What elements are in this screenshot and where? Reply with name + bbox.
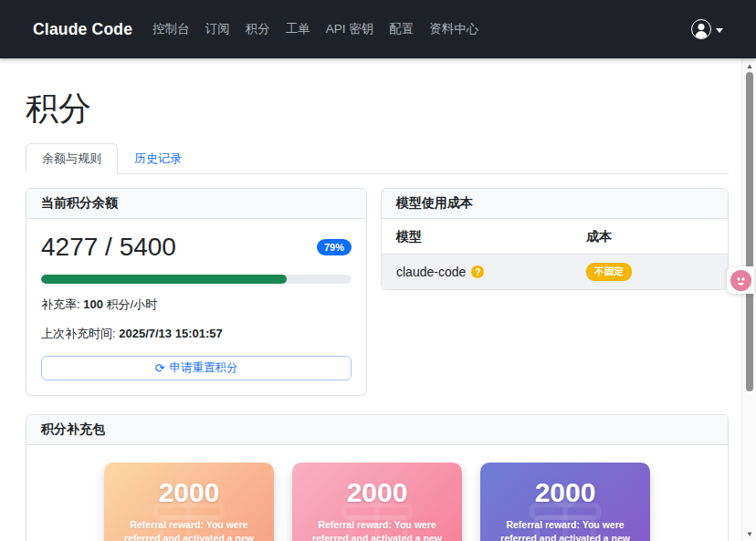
user-menu[interactable] — [691, 19, 723, 39]
brand-logo[interactable]: Claude Code — [33, 20, 132, 39]
column-cost: 成本 — [586, 229, 713, 245]
model-cost-card: 模型使用成本 模型 成本 claude-code ? 不固定 — [381, 188, 729, 290]
floating-widget-button[interactable] — [727, 266, 754, 294]
nav-item-settings[interactable]: 配置 — [389, 21, 414, 37]
balance-current: 4277 — [41, 233, 98, 261]
floating-widget-icon — [730, 270, 751, 291]
model-name: claude-code — [396, 265, 466, 279]
packs-card: 积分补充包 2000 Referral reward: You were ref… — [26, 414, 729, 541]
pack-amount: 2000 — [347, 477, 408, 508]
pack-description: Referral reward: You were referred and a… — [491, 518, 639, 541]
tab-bar: 余额与规则 历史记录 — [26, 143, 729, 174]
vertical-scrollbar: ▲ ▼ — [741, 58, 756, 541]
nav-item-tickets[interactable]: 工单 — [286, 21, 310, 37]
last-refill-line: 上次补充时间: 2025/7/13 15:01:57 — [41, 326, 352, 342]
reset-button-label: 申请重置积分 — [169, 360, 237, 376]
balance-progress-bar — [41, 275, 352, 284]
top-navbar: Claude Code 控制台 订阅 积分 工单 API 密钥 配置 资料中心 — [0, 0, 756, 58]
pack-description: Referral reward: You were referred and a… — [303, 518, 451, 541]
column-model: 模型 — [396, 229, 586, 245]
packs-card-title: 积分补充包 — [26, 415, 728, 445]
nav-item-console[interactable]: 控制台 — [152, 21, 190, 37]
palette-icon — [735, 275, 747, 286]
nav-item-docs[interactable]: 资料中心 — [429, 21, 478, 37]
pack-amount: 2000 — [159, 477, 220, 508]
page-title: 积分 — [26, 58, 729, 131]
nav-item-subscription[interactable]: 订阅 — [205, 21, 230, 37]
balance-separator: / — [98, 233, 119, 261]
pack-amount: 2000 — [535, 477, 596, 508]
tab-history[interactable]: 历史记录 — [118, 143, 198, 174]
scrollbar-down-arrow[interactable]: ▼ — [742, 527, 756, 540]
refill-rate-line: 补充率: 100 积分/小时 — [41, 297, 352, 313]
reset-icon: ⟳ — [155, 362, 165, 374]
balance-max: 5400 — [120, 233, 176, 261]
model-table-header: 模型 成本 — [382, 219, 728, 255]
table-row: claude-code ? 不固定 — [382, 255, 728, 289]
pack-description: Referral reward: You were referred and a… — [115, 518, 263, 541]
model-cost-card-title: 模型使用成本 — [382, 189, 728, 219]
percent-badge: 79% — [317, 239, 352, 255]
user-avatar-icon — [691, 19, 711, 39]
progress-fill — [41, 275, 287, 284]
reset-points-button[interactable]: ⟳ 申请重置积分 — [41, 356, 352, 380]
scrollbar-thumb[interactable] — [746, 72, 753, 391]
question-circle-icon[interactable]: ? — [471, 265, 484, 278]
nav-item-api-keys[interactable]: API 密钥 — [326, 21, 374, 37]
pack-card-3: 2000 Referral reward: You were referred … — [480, 463, 650, 541]
pack-card-2: 2000 Referral reward: You were referred … — [292, 463, 462, 541]
pack-card-1: 2000 Referral reward: You were referred … — [104, 463, 274, 541]
balance-card: 当前积分余额 4277 / 5400 79% 补充率: 100 积分/小时 上次… — [26, 188, 367, 396]
balance-value: 4277 / 5400 — [41, 233, 176, 262]
nav-item-points[interactable]: 积分 — [246, 21, 270, 37]
nav-links: 控制台 订阅 积分 工单 API 密钥 配置 资料中心 — [152, 21, 478, 37]
scrollbar-up-arrow[interactable]: ▲ — [742, 59, 756, 72]
cost-badge: 不固定 — [586, 263, 632, 281]
chevron-down-icon — [716, 28, 723, 33]
tab-balance-rules[interactable]: 余额与规则 — [26, 143, 118, 174]
balance-card-title: 当前积分余额 — [26, 189, 366, 219]
page-content: 积分 余额与规则 历史记录 当前积分余额 4277 / 5400 79% 补充率… — [0, 58, 756, 541]
